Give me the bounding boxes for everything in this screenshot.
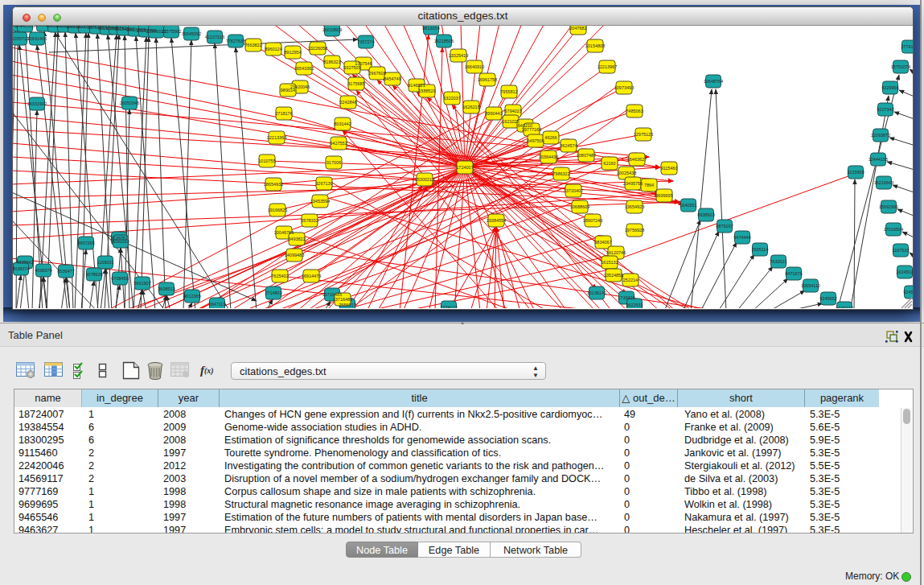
svg-text:1621025: 1621025 <box>502 119 519 124</box>
svg-text:5667265: 5667265 <box>77 241 94 245</box>
svg-text:4698379: 4698379 <box>35 268 51 273</box>
svg-text:16331902: 16331902 <box>27 101 47 106</box>
svg-text:10025438: 10025438 <box>617 171 636 175</box>
svg-text:3215958: 3215958 <box>847 170 864 175</box>
svg-text:14120746: 14120746 <box>606 250 626 255</box>
svg-text:24942603: 24942603 <box>15 26 35 28</box>
svg-text:6794023: 6794023 <box>504 109 521 113</box>
svg-text:12975125: 12975125 <box>634 132 653 137</box>
svg-text:10807487: 10807487 <box>577 153 596 158</box>
svg-text:8536477: 8536477 <box>57 269 74 274</box>
svg-text:15692991: 15692991 <box>879 204 898 209</box>
svg-text:22575562: 22575562 <box>162 29 181 34</box>
svg-text:8471676: 8471676 <box>785 271 802 276</box>
svg-text:8938923: 8938923 <box>697 212 714 217</box>
svg-text:(x): (x) <box>204 366 214 376</box>
svg-text:1615132: 1615132 <box>601 260 618 265</box>
svg-text:7864: 7864 <box>644 183 654 187</box>
svg-text:3624574: 3624574 <box>560 143 577 148</box>
svg-text:39345092: 39345092 <box>182 31 201 36</box>
svg-text:2718176: 2718176 <box>275 111 292 116</box>
svg-text:20691406: 20691406 <box>27 36 47 41</box>
svg-text:12213967: 12213967 <box>598 64 617 69</box>
svg-text:19384554: 19384554 <box>487 218 506 223</box>
svg-text:1588520: 1588520 <box>418 89 435 93</box>
svg-text:2967608: 2967608 <box>368 71 385 76</box>
svg-text:2556017: 2556017 <box>339 303 355 307</box>
svg-text:9115460: 9115460 <box>660 166 677 171</box>
svg-text:1626215: 1626215 <box>462 105 479 109</box>
svg-text:9146821: 9146821 <box>408 83 425 88</box>
svg-text:1049222: 1049222 <box>836 306 852 309</box>
svg-text:13226058: 13226058 <box>308 46 327 51</box>
svg-text:41227216: 41227216 <box>205 35 224 39</box>
svg-text:9699695: 9699695 <box>655 193 672 198</box>
svg-text:3267130: 3267130 <box>315 181 332 186</box>
svg-text:19777169: 19777169 <box>522 127 541 132</box>
svg-text:6647119: 6647119 <box>208 302 225 307</box>
svg-text:14099483: 14099483 <box>285 253 304 257</box>
svg-text:8186323: 8186323 <box>323 60 340 64</box>
svg-text:15136141: 15136141 <box>587 290 606 295</box>
svg-text:2242848: 2242848 <box>339 100 356 105</box>
svg-text:16961758: 16961758 <box>478 77 497 82</box>
svg-text:8813054: 8813054 <box>422 26 439 31</box>
svg-text:1010755: 1010755 <box>258 159 275 163</box>
svg-text:19756928: 19756928 <box>625 228 644 233</box>
svg-text:8090293: 8090293 <box>112 239 129 244</box>
svg-text:7663822: 7663822 <box>244 43 261 47</box>
svg-text:9227342: 9227342 <box>877 107 893 112</box>
svg-text:20364436: 20364436 <box>539 154 558 159</box>
svg-text:7955812: 7955812 <box>500 89 517 94</box>
svg-text:6879197: 6879197 <box>716 224 733 229</box>
svg-text:989014: 989014 <box>281 88 295 93</box>
svg-text:9427552: 9427552 <box>330 141 347 146</box>
svg-text:16543362: 16543362 <box>294 66 314 71</box>
svg-text:3493822: 3493822 <box>288 237 305 241</box>
svg-text:3678638: 3678638 <box>85 272 102 277</box>
svg-text:2622631: 2622631 <box>626 303 643 307</box>
svg-text:10046766: 10046766 <box>274 230 294 235</box>
svg-text:15751074: 15751074 <box>891 64 910 69</box>
svg-text:9329966: 9329966 <box>881 85 898 90</box>
svg-text:7357274: 7357274 <box>357 39 374 44</box>
svg-text:5578332: 5578332 <box>301 218 318 223</box>
svg-text:46266: 46266 <box>544 135 556 140</box>
svg-text:9327505: 9327505 <box>343 65 360 70</box>
svg-text:8454749: 8454749 <box>384 76 400 81</box>
svg-text:16463627: 16463627 <box>627 157 647 162</box>
svg-text:13654923: 13654923 <box>625 204 644 209</box>
svg-text:16914479: 16914479 <box>302 274 321 278</box>
svg-text:10654112: 10654112 <box>801 283 820 288</box>
svg-text:12093872: 12093872 <box>871 133 890 138</box>
svg-text:1733426: 1733426 <box>618 295 634 300</box>
svg-text:7374122: 7374122 <box>440 305 457 309</box>
svg-text:252214: 252214 <box>623 278 638 282</box>
svg-text:2774101: 2774101 <box>901 44 914 49</box>
svg-text:13716485: 13716485 <box>333 297 352 302</box>
svg-text:4612365: 4612365 <box>183 294 200 299</box>
svg-text:1109031: 1109031 <box>97 260 113 265</box>
svg-text:2714803: 2714803 <box>265 290 281 295</box>
svg-text:5661907: 5661907 <box>133 281 150 286</box>
svg-text:9834067: 9834067 <box>594 240 611 245</box>
svg-text:16210643: 16210643 <box>874 180 893 185</box>
svg-text:13453594: 13453594 <box>310 199 330 204</box>
svg-text:12213363: 12213363 <box>267 135 286 140</box>
svg-text:62160: 62160 <box>603 161 615 166</box>
svg-text:15300213: 15300213 <box>415 177 434 182</box>
svg-text:8912954: 8912954 <box>284 50 301 55</box>
svg-text:16033809: 16033809 <box>322 27 342 32</box>
svg-text:1640951: 1640951 <box>680 203 696 208</box>
svg-text:8960124: 8960124 <box>265 47 281 51</box>
svg-text:7632621: 7632621 <box>770 259 786 264</box>
svg-text:9474444: 9474444 <box>733 235 750 240</box>
svg-text:13524851: 13524851 <box>604 273 623 278</box>
svg-text:7485063: 7485063 <box>626 109 643 113</box>
svg-text:8990443: 8990443 <box>485 111 502 116</box>
svg-text:1112311: 1112311 <box>913 26 914 31</box>
svg-text:1167533: 1167533 <box>892 248 909 253</box>
svg-text:1024502: 1024502 <box>896 270 913 274</box>
svg-text:8038374: 8038374 <box>13 266 30 271</box>
svg-text:10973493: 10973493 <box>614 85 634 90</box>
